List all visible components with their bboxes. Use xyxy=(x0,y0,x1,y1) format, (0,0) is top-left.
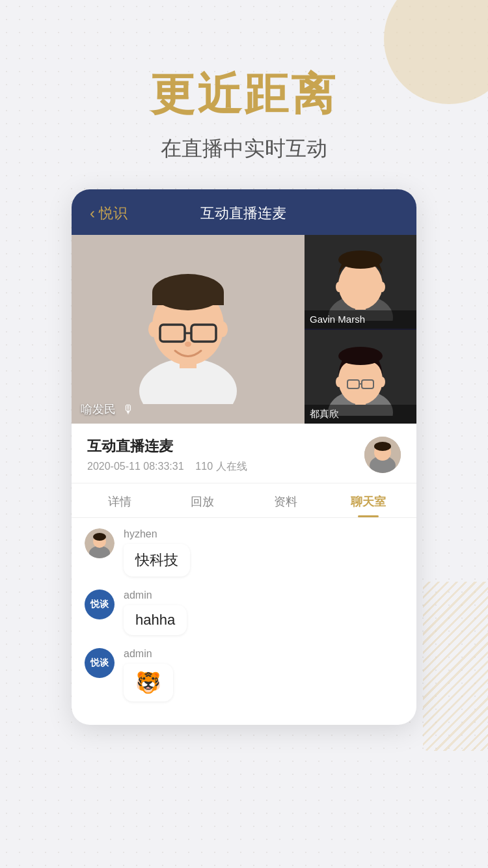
chat-avatar-3: 悦谈 xyxy=(85,648,115,678)
tab-chatroom[interactable]: 聊天室 xyxy=(327,483,411,517)
host-avatar[interactable] xyxy=(364,437,401,473)
phone-card: ‹ 悦识 互动直播连麦 xyxy=(72,189,416,725)
svg-point-15 xyxy=(336,282,342,292)
chat-bubble-3: 🐯 xyxy=(124,664,173,701)
chat-message-3: 悦谈 admin 🐯 xyxy=(85,648,403,701)
svg-point-29 xyxy=(374,442,391,451)
side-presenter-1-overlay: Gavin Marsh xyxy=(305,310,416,329)
chat-section: hyzhen 快科技 悦谈 admin hahha 悦谈 xyxy=(72,518,416,725)
svg-point-5 xyxy=(148,321,159,337)
tab-replay[interactable]: 回放 xyxy=(161,483,245,517)
chat-message-1: hyzhen 快科技 xyxy=(85,528,403,576)
tabs-bar: 详情 回放 资料 聊天室 xyxy=(72,483,416,518)
chat-username-1: hyzhen xyxy=(124,528,190,540)
main-presenter-figure xyxy=(126,254,250,404)
video-main: 喻发民 🎙 xyxy=(72,235,305,424)
chat-username-3: admin xyxy=(124,648,173,660)
hyzhen-avatar xyxy=(85,528,115,558)
main-presenter-avatar xyxy=(72,235,305,424)
chat-message-2: 悦谈 admin hahha xyxy=(85,590,403,635)
app-header-title: 互动直播连麦 xyxy=(128,204,398,223)
chevron-left-icon: ‹ xyxy=(90,204,95,223)
session-date: 2020-05-11 08:33:31 xyxy=(87,461,184,472)
chat-content-2: admin hahha xyxy=(124,590,187,635)
chat-username-2: admin xyxy=(124,590,187,601)
app-header: ‹ 悦识 互动直播连麦 xyxy=(72,189,416,235)
svg-point-20 xyxy=(338,347,383,365)
chat-bubble-1: 快科技 xyxy=(124,544,190,576)
svg-point-10 xyxy=(185,342,191,347)
video-side-panel: Gavin Marsh xyxy=(305,235,416,424)
side-presenter-1: Gavin Marsh xyxy=(305,235,416,329)
info-left: 互动直播连麦 2020-05-11 08:33:31 110 人在线 xyxy=(87,437,247,474)
side-presenter-2-figure xyxy=(321,338,400,416)
host-avatar-figure xyxy=(364,437,401,473)
side-presenter-2: 都真欣 xyxy=(305,330,416,424)
chat-content-3: admin 🐯 xyxy=(124,648,173,701)
side-presenter-1-figure xyxy=(321,243,400,321)
svg-rect-4 xyxy=(152,292,224,305)
svg-point-16 xyxy=(379,282,385,292)
info-section: 互动直播连麦 2020-05-11 08:33:31 110 人在线 xyxy=(72,424,416,483)
chat-content-1: hyzhen 快科技 xyxy=(124,528,190,576)
session-meta: 2020-05-11 08:33:31 110 人在线 xyxy=(87,460,247,474)
main-title: 更近距离 xyxy=(0,65,488,124)
svg-point-24 xyxy=(336,377,342,387)
svg-point-33 xyxy=(93,533,106,541)
sub-title: 在直播中实时互动 xyxy=(0,135,488,163)
chat-avatar-2: 悦谈 xyxy=(85,590,115,619)
session-online: 110 人在线 xyxy=(195,461,247,472)
admin-avatar-text: 悦谈 xyxy=(90,599,109,610)
side-presenter-1-name: Gavin Marsh xyxy=(310,314,365,325)
tab-materials[interactable]: 资料 xyxy=(244,483,327,517)
side-presenter-2-name: 都真欣 xyxy=(310,408,339,419)
side-presenter-2-overlay: 都真欣 xyxy=(305,405,416,424)
tab-details[interactable]: 详情 xyxy=(78,483,161,517)
mic-icon: 🎙 xyxy=(122,403,134,416)
main-presenter-label: 喻发民 🎙 xyxy=(81,401,134,417)
svg-point-25 xyxy=(379,377,385,387)
admin-avatar-text-2: 悦谈 xyxy=(90,657,109,669)
main-presenter-name: 喻发民 xyxy=(81,401,116,417)
svg-point-6 xyxy=(217,321,228,337)
session-title: 互动直播连麦 xyxy=(87,437,247,456)
video-grid: 喻发民 🎙 xyxy=(72,235,416,424)
svg-point-14 xyxy=(338,251,383,269)
chat-bubble-2: hahha xyxy=(124,605,187,635)
back-button[interactable]: ‹ 悦识 xyxy=(90,204,128,223)
chat-avatar-1 xyxy=(85,528,115,558)
host-avatar-inner xyxy=(364,437,401,473)
back-label: 悦识 xyxy=(99,204,128,223)
